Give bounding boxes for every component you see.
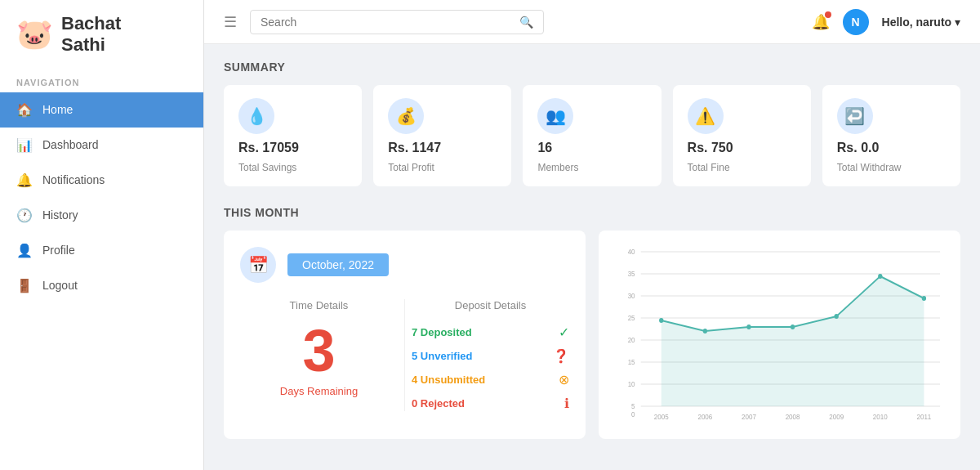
svg-point-27 xyxy=(791,325,795,329)
svg-text:2009: 2009 xyxy=(829,413,844,422)
deposit-row-unverified: 5 Unverified ❓ xyxy=(412,348,569,364)
members-label: Members xyxy=(537,162,646,173)
line-chart: 40 35 30 25 20 15 10 5 0 2005 2006 2007 … xyxy=(612,244,947,423)
savings-icon: 💧 xyxy=(238,98,274,134)
search-input[interactable] xyxy=(261,16,513,29)
svg-text:2007: 2007 xyxy=(742,413,756,422)
deposit-details: Deposit Details 7 Deposited ✓ 5 Unverifi… xyxy=(412,299,569,411)
calendar-icon: 📅 xyxy=(240,247,276,283)
month-header: 📅 October, 2022 xyxy=(240,247,569,283)
main-area: ☰ 🔍 🔔 N Hello, naruto ▾ SUMMARY 💧 Rs. 17… xyxy=(204,0,980,470)
user-avatar: N xyxy=(843,9,869,35)
hamburger-button[interactable]: ☰ xyxy=(224,13,237,31)
deposited-icon: ✓ xyxy=(559,325,569,340)
days-remaining-text: Days Remaining xyxy=(240,385,398,397)
logout-icon: 🚪 xyxy=(16,278,33,293)
history-icon: 🕐 xyxy=(16,208,33,223)
unsubmitted-icon: ⊗ xyxy=(559,372,569,387)
svg-text:5: 5 xyxy=(631,402,635,411)
search-icon: 🔍 xyxy=(519,16,533,29)
savings-label: Total Savings xyxy=(238,162,347,173)
profit-value: Rs. 1147 xyxy=(388,141,497,155)
summary-card-members: 👥 16 Members xyxy=(523,85,661,186)
sidebar-item-notifications[interactable]: 🔔 Notifications xyxy=(0,163,203,198)
dashboard-icon: 📊 xyxy=(16,137,33,153)
sidebar-item-notifications-label: Notifications xyxy=(42,173,105,186)
month-detail-card: 📅 October, 2022 Time Details 3 Days Rema… xyxy=(224,231,586,439)
logo-area: 🐷 Bachat Sathi xyxy=(0,0,203,69)
sidebar-item-home-label: Home xyxy=(42,103,73,116)
deposited-label: 7 Deposited xyxy=(412,326,472,338)
svg-text:2005: 2005 xyxy=(654,413,669,422)
time-details: Time Details 3 Days Remaining xyxy=(240,299,398,411)
svg-point-29 xyxy=(878,274,882,279)
logo-icon: 🐷 xyxy=(16,17,53,51)
this-month-grid: 📅 October, 2022 Time Details 3 Days Rema… xyxy=(224,231,960,439)
withdraw-value: Rs. 0.0 xyxy=(837,141,946,155)
username: naruto xyxy=(916,16,952,29)
rejected-icon: ℹ xyxy=(564,396,569,411)
fine-value: Rs. 750 xyxy=(688,141,796,155)
content-area: SUMMARY 💧 Rs. 17059 Total Savings 💰 Rs. … xyxy=(204,44,980,470)
members-icon: 👥 xyxy=(537,98,573,134)
svg-text:0: 0 xyxy=(631,410,635,419)
app-name: Bachat Sathi xyxy=(61,13,121,56)
svg-text:2011: 2011 xyxy=(916,413,931,422)
svg-text:2006: 2006 xyxy=(697,413,712,422)
this-month-title: THIS MONTH xyxy=(224,206,960,219)
svg-point-24 xyxy=(659,318,663,323)
divider xyxy=(404,299,405,411)
members-value: 16 xyxy=(537,141,646,155)
sidebar-item-profile[interactable]: 👤 Profile xyxy=(0,233,203,268)
withdraw-icon: ↩️ xyxy=(837,98,873,134)
unverified-icon: ❓ xyxy=(553,348,569,364)
summary-title: SUMMARY xyxy=(224,60,960,74)
notifications-icon: 🔔 xyxy=(16,172,33,188)
unverified-label: 5 Unverified xyxy=(412,350,472,362)
sidebar-item-dashboard[interactable]: 📊 Dashboard xyxy=(0,128,203,163)
nav-label: NAVIGATION xyxy=(0,69,203,92)
home-icon: 🏠 xyxy=(16,102,33,118)
fine-icon: ⚠️ xyxy=(688,98,724,134)
search-bar: 🔍 xyxy=(250,10,544,34)
svg-text:2008: 2008 xyxy=(786,413,800,422)
summary-card-fine: ⚠️ Rs. 750 Total Fine xyxy=(673,85,811,186)
rejected-label: 0 Rejected xyxy=(412,397,465,410)
sidebar-item-logout-label: Logout xyxy=(42,279,78,292)
sidebar-item-logout[interactable]: 🚪 Logout xyxy=(0,268,203,303)
summary-card-profit: 💰 Rs. 1147 Total Profit xyxy=(373,85,511,186)
time-details-label: Time Details xyxy=(240,299,398,311)
deposit-row-rejected: 0 Rejected ℹ xyxy=(412,396,569,411)
deposit-rows: 7 Deposited ✓ 5 Unverified ❓ 4 Unsubmitt… xyxy=(412,321,569,411)
svg-text:30: 30 xyxy=(628,292,635,301)
summary-card-savings: 💧 Rs. 17059 Total Savings xyxy=(224,85,362,186)
days-remaining-number: 3 xyxy=(240,321,398,380)
sidebar-item-profile-label: Profile xyxy=(42,244,75,257)
fine-label: Total Fine xyxy=(688,162,796,173)
svg-text:10: 10 xyxy=(628,380,635,389)
month-badge: October, 2022 xyxy=(287,253,389,276)
deposit-details-label: Deposit Details xyxy=(412,299,569,311)
unsubmitted-label: 4 Unsubmitted xyxy=(412,374,485,386)
sidebar-item-dashboard-label: Dashboard xyxy=(42,138,99,151)
svg-text:35: 35 xyxy=(628,270,635,279)
nav-menu: 🏠 Home 📊 Dashboard 🔔 Notifications 🕐 His… xyxy=(0,92,203,303)
svg-point-30 xyxy=(922,296,926,301)
notification-dot xyxy=(825,11,831,18)
profit-icon: 💰 xyxy=(388,98,424,134)
user-greeting: Hello, naruto ▾ xyxy=(882,16,960,29)
sidebar-item-home[interactable]: 🏠 Home xyxy=(0,92,203,128)
month-details: Time Details 3 Days Remaining Deposit De… xyxy=(240,299,569,411)
summary-card-withdraw: ↩️ Rs. 0.0 Total Withdraw xyxy=(822,85,960,186)
withdraw-label: Total Withdraw xyxy=(837,162,946,173)
sidebar-item-history[interactable]: 🕐 History xyxy=(0,198,203,233)
svg-text:25: 25 xyxy=(628,314,635,323)
header-right: 🔔 N Hello, naruto ▾ xyxy=(812,9,960,35)
savings-value: Rs. 17059 xyxy=(238,141,347,155)
svg-point-26 xyxy=(746,325,751,329)
sidebar: 🐷 Bachat Sathi NAVIGATION 🏠 Home 📊 Dashb… xyxy=(0,0,204,470)
svg-point-25 xyxy=(703,329,707,333)
profile-icon: 👤 xyxy=(16,243,33,258)
svg-point-28 xyxy=(835,314,839,319)
notification-button[interactable]: 🔔 xyxy=(812,13,830,31)
